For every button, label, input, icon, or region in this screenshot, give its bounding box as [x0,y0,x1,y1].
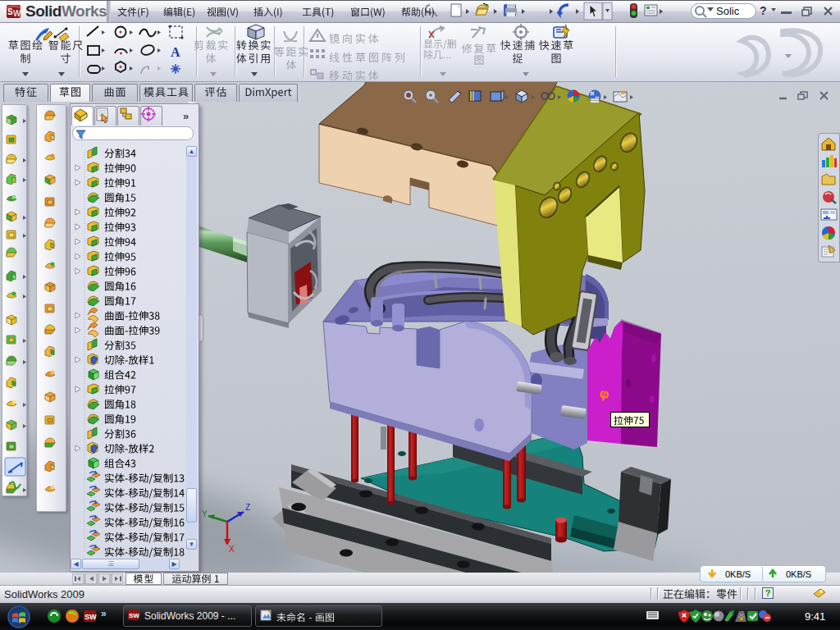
svg-text:SW: SW [129,612,139,619]
svg-text:X: X [229,545,235,554]
svg-text:»: » [101,609,107,619]
svg-text:SW: SW [84,613,97,621]
svg-text:Z: Z [245,503,250,512]
